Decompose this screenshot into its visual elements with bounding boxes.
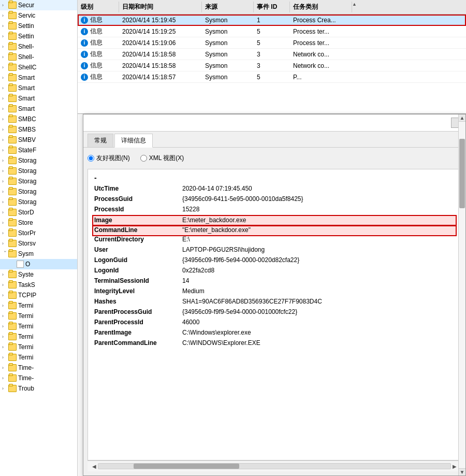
cell-eventid-5: 5 xyxy=(254,73,290,82)
sidebar-item-22[interactable]: StorPr xyxy=(0,228,77,238)
vertical-scrollbar[interactable]: ▲ ▼ xyxy=(458,114,465,475)
table-row[interactable]: i信息2020/4/14 15:18:58Sysmon3Network co..… xyxy=(78,49,466,60)
table-header-eventid[interactable]: 事件 ID xyxy=(254,2,290,12)
sidebar-item-12[interactable]: SMBS xyxy=(0,124,77,135)
scroll-thumb[interactable] xyxy=(134,464,239,469)
view-radio-group: 友好视图(N)XML 视图(X) xyxy=(88,152,461,165)
sidebar-label-20: StorD xyxy=(18,209,34,216)
sidebar-label-10: Smart xyxy=(18,105,35,112)
table-row[interactable]: i信息2020/4/14 15:19:25Sysmon5Process ter.… xyxy=(78,26,466,37)
arrow-icon-22 xyxy=(2,230,8,236)
data-field-key-9: TerminalSessionId xyxy=(94,277,182,286)
data-field-row-0: UtcTime2020-04-14 07:19:45.450 xyxy=(94,185,455,194)
vscroll-track[interactable] xyxy=(459,122,465,468)
sidebar-item-16[interactable]: Storag xyxy=(0,166,77,176)
vscroll-thumb[interactable] xyxy=(459,139,465,208)
sidebar-item-2[interactable]: Settin xyxy=(0,21,77,31)
arrow-icon-36 xyxy=(2,376,8,381)
collapse-button[interactable]: - xyxy=(94,174,97,182)
sidebar-item-34[interactable]: Termi xyxy=(0,352,77,363)
sidebar-item-5[interactable]: Shell- xyxy=(0,52,77,62)
data-field-row-7: LogonGuid{34956c09-f9f6-5e94-0000-0020d8… xyxy=(94,256,455,266)
sidebar-item-10[interactable]: Smart xyxy=(0,104,77,114)
sidebar-item-33[interactable]: Termi xyxy=(0,342,77,352)
sidebar-item-23[interactable]: Storsv xyxy=(0,238,77,249)
sidebar-item-20[interactable]: StorD xyxy=(0,207,77,218)
sidebar-item-27[interactable]: TaskS xyxy=(0,280,77,290)
sidebar-item-21[interactable]: Store xyxy=(0,218,77,228)
info-icon-1: i xyxy=(81,28,88,35)
table-row[interactable]: i信息2020/4/14 15:19:06Sysmon5Process ter.… xyxy=(78,37,466,49)
sidebar-item-29[interactable]: Termi xyxy=(0,300,77,311)
radio-input-0[interactable] xyxy=(88,155,94,162)
scroll-track[interactable] xyxy=(98,463,451,469)
sidebar-item-0[interactable]: Secur xyxy=(0,0,77,10)
table-header-source[interactable]: 来源 xyxy=(202,2,254,12)
scroll-left-button[interactable]: ◀ xyxy=(91,463,98,470)
arrow-icon-0 xyxy=(2,3,8,8)
sidebar-item-13[interactable]: SMBV xyxy=(0,135,77,145)
folder-icon-8 xyxy=(8,84,17,92)
sidebar-item-25[interactable]: O xyxy=(0,259,77,269)
horizontal-scrollbar[interactable]: ◀ ▶ xyxy=(88,460,461,471)
sidebar-label-6: ShellC xyxy=(18,64,36,71)
sidebar-item-28[interactable]: TCPIP xyxy=(0,290,77,300)
folder-icon-18 xyxy=(8,188,17,195)
sidebar-item-26[interactable]: Syste xyxy=(0,269,77,280)
sidebar-item-4[interactable]: Shell- xyxy=(0,41,77,52)
sidebar-item-7[interactable]: Smart xyxy=(0,73,77,83)
folder-icon-7 xyxy=(8,74,17,81)
sidebar-label-29: Termi xyxy=(18,302,33,309)
table-row[interactable]: i信息2020/4/14 15:18:58Sysmon3Network co..… xyxy=(78,60,466,71)
data-field-key-5: CurrentDirectory xyxy=(94,236,182,245)
data-field-row-4: CommandLine"E:\meter_backdoor.exe" xyxy=(93,226,456,235)
vscroll-up-button[interactable]: ▲ xyxy=(459,114,465,122)
event-data-panel[interactable]: - UtcTime2020-04-14 07:19:45.450ProcessG… xyxy=(88,169,461,460)
folder-icon-3 xyxy=(8,33,17,40)
sidebar-item-24[interactable]: Sysm xyxy=(0,249,77,259)
table-header-datetime[interactable]: 日期和时间 xyxy=(119,2,202,12)
sidebar-item-14[interactable]: StateF xyxy=(0,145,77,155)
folder-icon-32 xyxy=(8,333,17,340)
radio-option-1[interactable]: XML 视图(X) xyxy=(140,154,184,163)
cell-level-1: i信息 xyxy=(78,26,119,37)
vscroll-down-button[interactable]: ▼ xyxy=(459,468,465,475)
sidebar-item-15[interactable]: Storag xyxy=(0,155,77,166)
sidebar-label-37: Troub xyxy=(18,385,34,392)
sidebar-item-31[interactable]: Termi xyxy=(0,321,77,331)
sidebar-label-33: Termi xyxy=(18,343,33,351)
sidebar-item-1[interactable]: Servic xyxy=(0,10,77,21)
cell-level-4: i信息 xyxy=(78,60,119,71)
table-row[interactable]: i信息2020/4/14 15:18:57Sysmon5P... xyxy=(78,71,466,83)
table-header-task[interactable]: 任务类别 xyxy=(290,2,352,12)
sidebar-item-30[interactable]: Termi xyxy=(0,311,77,321)
sidebar-item-18[interactable]: Storag xyxy=(0,186,77,197)
sidebar-item-9[interactable]: Smart xyxy=(0,93,77,104)
radio-input-1[interactable] xyxy=(140,155,147,162)
sidebar-item-35[interactable]: Time- xyxy=(0,363,77,373)
arrow-icon-35 xyxy=(2,365,8,370)
sidebar-item-36[interactable]: Time- xyxy=(0,373,77,383)
table-row[interactable]: i信息2020/4/14 15:19:45Sysmon1Process Crea… xyxy=(78,15,466,26)
dialog-tab-0[interactable]: 常规 xyxy=(88,134,113,147)
event-table-body[interactable]: i信息2020/4/14 15:19:45Sysmon1Process Crea… xyxy=(78,15,466,113)
sidebar-item-17[interactable]: Storag xyxy=(0,176,77,186)
dialog-tab-1[interactable]: 详细信息 xyxy=(114,134,153,148)
arrow-icon-5 xyxy=(2,54,8,60)
radio-option-0[interactable]: 友好视图(N) xyxy=(88,154,130,163)
arrow-icon-24 xyxy=(3,251,8,257)
scroll-right-button[interactable]: ▶ xyxy=(451,463,458,470)
cell-source-0: Sysmon xyxy=(202,16,254,25)
cell-task-5: P... xyxy=(290,73,352,82)
sidebar-item-19[interactable]: Storag xyxy=(0,197,77,207)
sidebar-item-8[interactable]: Smart xyxy=(0,83,77,93)
sidebar-item-11[interactable]: SMBC xyxy=(0,114,77,124)
sidebar-item-6[interactable]: ShellC xyxy=(0,62,77,73)
sidebar-item-37[interactable]: Troub xyxy=(0,383,77,394)
sidebar-item-32[interactable]: Termi xyxy=(0,331,77,342)
table-header-level[interactable]: 级别 xyxy=(78,2,119,12)
sidebar-item-3[interactable]: Settin xyxy=(0,31,77,41)
sidebar-label-3: Settin xyxy=(18,33,34,40)
data-field-key-3: Image xyxy=(94,217,182,225)
data-field-row-1: ProcessGuid{34956c09-6411-5e95-0000-0010… xyxy=(94,195,455,205)
